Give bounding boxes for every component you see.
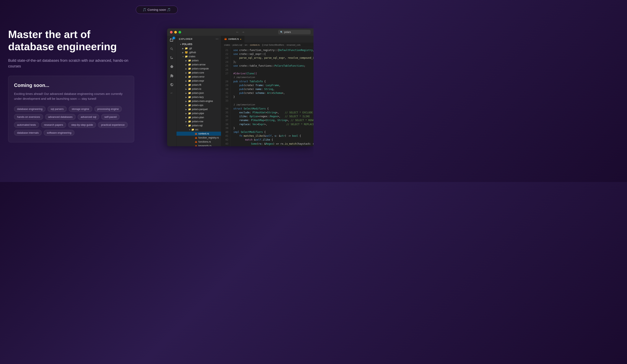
polars-row-chevron-icon: ▶ xyxy=(185,120,188,123)
tab-context-rs[interactable]: 🦀 context.rs ● xyxy=(221,36,244,43)
context-rs-label: context.rs xyxy=(199,132,209,135)
line-num-43: 43 xyxy=(221,142,228,146)
line-num-27: 27 xyxy=(221,72,228,76)
left-section: Master the art of database engineering B… xyxy=(8,28,134,142)
tree-item-keywords-rs[interactable]: ▶ 🦀 keywords.rs xyxy=(176,144,221,146)
sidebar-actions-icon[interactable]: ··· xyxy=(216,37,218,41)
extensions-icon[interactable] xyxy=(169,73,174,78)
tree-item-polars-mem-engine[interactable]: ▶ 📁 polars-mem-engine xyxy=(176,99,221,103)
tree-item-crates[interactable]: ▾ 📁 crates xyxy=(176,54,221,58)
editor-body: 1 EXPLORER ··· xyxy=(167,36,314,146)
polars-parquet-chevron-icon: ▶ xyxy=(185,108,188,111)
code-line-38: replace: Vec<Expr>, // SELECT * REPLACE xyxy=(233,123,311,126)
polars-core-chevron-icon: ▶ xyxy=(185,71,188,74)
polars-mem-engine-chevron-icon: ▶ xyxy=(185,99,188,103)
back-arrow-icon[interactable]: ← xyxy=(236,30,239,34)
polars-compute-folder-icon: 📁 xyxy=(188,67,191,70)
tree-item-polars-core[interactable]: ▶ 📁 polars-core xyxy=(176,71,221,75)
code-line-22: use crate::sql_expr::{ xyxy=(233,52,311,56)
title-bar-nav: ← → xyxy=(236,30,245,34)
function-registry-rs-label: function_registry.rs xyxy=(199,136,219,139)
banner-container: 🎵 Coming soon 🎵 xyxy=(0,0,314,14)
breadcrumb-sep-3: › xyxy=(249,44,249,46)
tree-item-polars-pipe[interactable]: ▶ 📁 polars-pipe xyxy=(176,111,221,115)
tree-item-polars-plan[interactable]: ▶ 📁 polars-plan xyxy=(176,115,221,119)
tree-item-polars[interactable]: ▶ 📁 polars xyxy=(176,58,221,63)
tag-research-papers: research papers xyxy=(41,122,66,128)
polars-mem-engine-label: polars-mem-engine xyxy=(192,100,213,103)
maximize-button[interactable] xyxy=(178,31,181,34)
tree-item-function-registry-rs[interactable]: ▶ 🦀 function_registry.rs xyxy=(176,136,221,140)
line-num-23: 23 xyxy=(221,56,228,60)
polars-error-label: polars-error xyxy=(192,75,205,78)
polars-json-folder-icon: 📁 xyxy=(188,91,191,95)
polars-sql-label: polars-sql xyxy=(192,124,203,127)
tree-item-github[interactable]: ▶ 🐱 .github xyxy=(176,50,221,54)
tree-item-context-rs[interactable]: ▶ 🦀 context.rs xyxy=(176,132,221,136)
polars-row-folder-icon: 📁 xyxy=(188,120,191,123)
tree-item-polars-json[interactable]: ▶ 📁 polars-json xyxy=(176,91,221,95)
tree-item-polars-ops[interactable]: ▶ 📁 polars-ops xyxy=(176,103,221,107)
line-num-42: 42 xyxy=(221,138,228,142)
line-num-31: 31 xyxy=(221,91,228,95)
polars-ffi-label: polars-ffi xyxy=(192,84,201,86)
tag-advanced-sql: advanced sql xyxy=(78,114,100,120)
close-button[interactable] xyxy=(170,31,173,34)
tree-item-polars-error[interactable]: ▶ 📁 polars-error xyxy=(176,75,221,79)
breadcrumb-polars-sql: polars-sql xyxy=(233,44,242,46)
remote-icon[interactable] xyxy=(169,82,174,87)
tree-item-polars-parquet[interactable]: ▶ 📁 polars-parquet xyxy=(176,107,221,111)
line-num-hint-2 xyxy=(221,103,228,107)
line-num-34: 34 xyxy=(221,107,228,111)
search-bar[interactable]: 🔍 polars xyxy=(278,30,311,34)
minimize-button[interactable] xyxy=(174,31,177,34)
functions-rs-label: functions.rs xyxy=(199,140,211,143)
github-folder-icon: 🐱 xyxy=(185,51,188,54)
line-num-24: 24 xyxy=(221,60,228,64)
code-area[interactable]: 21 22 23 24 25 26 27 28 29 30 31 32 33 3… xyxy=(221,47,314,146)
tree-item-polars-row[interactable]: ▶ 📁 polars-row xyxy=(176,119,221,124)
polars-io-chevron-icon: ▶ xyxy=(185,87,188,91)
polars-io-label: polars-io xyxy=(192,88,201,91)
polars-compute-label: polars-compute xyxy=(192,67,209,70)
line-num-25: 25 xyxy=(221,64,228,68)
source-control-icon[interactable] xyxy=(169,55,174,60)
search-activity-icon[interactable] xyxy=(169,46,174,52)
tag-hands-on-exersices: hands-on exersices xyxy=(14,114,43,120)
explorer-icon[interactable]: 1 xyxy=(169,37,174,43)
code-line-33 xyxy=(233,99,311,103)
tree-item-functions-rs[interactable]: ▶ 🦀 functions.rs xyxy=(176,140,221,144)
polars-plan-label: polars-plan xyxy=(192,116,204,119)
tree-item-polars-arrow[interactable]: ▶ 📁 polars-arrow xyxy=(176,63,221,67)
card-description: Exciting times ahead! Our advanced datab… xyxy=(14,91,128,101)
run-debug-icon[interactable] xyxy=(169,64,174,69)
tag-automated-tests: automated tests xyxy=(14,122,39,128)
coming-soon-banner[interactable]: 🎵 Coming soon 🎵 xyxy=(136,6,177,14)
polars-error-chevron-icon: ▶ xyxy=(185,75,188,78)
coming-soon-card: Coming soon... Exciting times ahead! Our… xyxy=(8,76,134,142)
code-line-hint-1: 1 implementation xyxy=(233,76,311,79)
docker-icon[interactable] xyxy=(169,91,174,96)
tree-item-polars-sql[interactable]: ▾ 📁 polars-sql xyxy=(176,124,221,128)
tree-item-polars-lazy[interactable]: ▶ 📁 polars-lazy xyxy=(176,95,221,99)
code-line-40: impl SelectModifiers { xyxy=(233,130,311,134)
tree-root[interactable]: ▾ POLARS xyxy=(176,42,221,46)
tree-item-polars-compute[interactable]: ▶ 📁 polars-compute xyxy=(176,67,221,71)
line-num-41: 41 xyxy=(221,134,228,138)
breadcrumb-renamed-cols: renamed_cols xyxy=(286,44,301,46)
breadcrumb-crates: crates xyxy=(224,44,230,46)
polars-json-label: polars-json xyxy=(192,91,204,94)
tree-item-src[interactable]: ▾ 📁 src xyxy=(176,128,221,132)
polars-parquet-label: polars-parquet xyxy=(192,108,208,111)
forward-arrow-icon[interactable]: → xyxy=(242,30,245,34)
tree-item-polars-expr[interactable]: ▶ 📁 polars-expr xyxy=(176,79,221,83)
code-line-41: fn matches_ilike(&self, s: &str) -> bool… xyxy=(233,134,311,138)
line-num-44: 44 xyxy=(221,146,228,146)
tree-item-polars-io[interactable]: ▶ 📁 polars-io xyxy=(176,87,221,91)
tree-item-polars-ffi[interactable]: ▶ 📁 polars-ffi xyxy=(176,83,221,87)
function-registry-file-icon: 🦀 xyxy=(194,136,198,139)
polars-pipe-folder-icon: 📁 xyxy=(188,112,191,115)
search-value: polars xyxy=(284,31,291,34)
polars-row-label: polars-row xyxy=(192,120,203,123)
tree-item-git[interactable]: ▶ 📁 .git xyxy=(176,46,221,50)
